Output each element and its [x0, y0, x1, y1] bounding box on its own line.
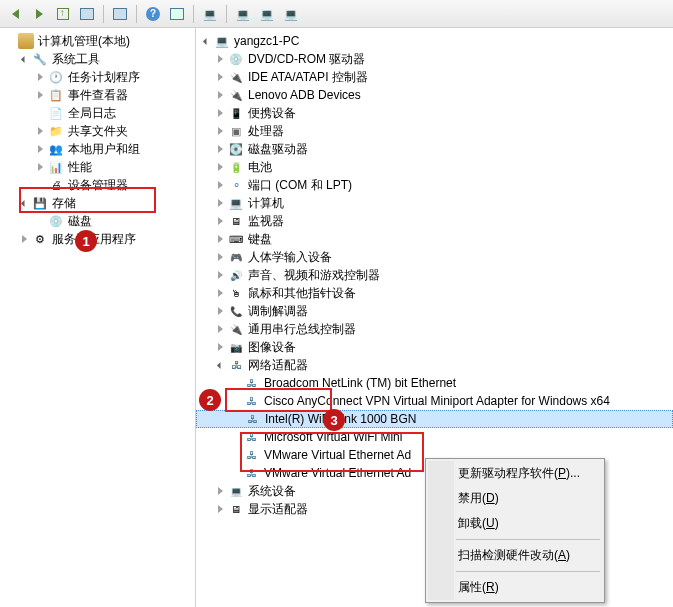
expander-closed[interactable] [214, 251, 226, 263]
device-portable[interactable]: 便携设备 [196, 104, 673, 122]
tree-label: IDE ATA/ATAPI 控制器 [248, 69, 368, 86]
expander-closed[interactable] [214, 305, 226, 317]
expander-none [34, 179, 46, 191]
expander-closed[interactable] [34, 143, 46, 155]
expander-open[interactable] [18, 53, 30, 65]
ctx-suffix: ) [495, 516, 499, 530]
management-tree[interactable]: 计算机管理(本地) 系统工具 任务计划程序 事件查看器 全局日志 共享文件夹 本… [0, 32, 195, 248]
expander-closed[interactable] [214, 179, 226, 191]
device-lenovo[interactable]: Lenovo ADB Devices [196, 86, 673, 104]
display-icon [228, 501, 244, 517]
device-tree[interactable]: yangzc1-PC DVD/CD-ROM 驱动器 IDE ATA/ATAPI … [196, 32, 673, 518]
tree-performance[interactable]: 性能 [0, 158, 195, 176]
help-button[interactable]: ? [142, 3, 164, 25]
action-button[interactable] [166, 3, 188, 25]
ide-icon [228, 69, 244, 85]
tree-label: 人体学输入设备 [248, 249, 332, 266]
device-modem[interactable]: 调制解调器 [196, 302, 673, 320]
expander-open[interactable] [18, 197, 30, 209]
tree-storage[interactable]: 存储 [0, 194, 195, 212]
device-audio[interactable]: 声音、视频和游戏控制器 [196, 266, 673, 284]
ctx-label: 更新驱动程序软件( [458, 466, 558, 480]
nav-up-button[interactable] [52, 3, 74, 25]
tree-disk-management[interactable]: 磁盘 [0, 212, 195, 230]
tree-label: Broadcom NetLink (TM) bit Ethernet [264, 376, 456, 390]
expander-closed[interactable] [18, 233, 30, 245]
expander-none [4, 35, 16, 47]
context-menu[interactable]: 更新驱动程序软件(P)... 禁用(D) 卸载(U) 扫描检测硬件改动(A) 属… [425, 458, 605, 603]
expander-closed[interactable] [214, 503, 226, 515]
ctx-uninstall[interactable]: 卸载(U) [428, 511, 602, 536]
ctx-disable[interactable]: 禁用(D) [428, 486, 602, 511]
device-pc-root[interactable]: yangzc1-PC [196, 32, 673, 50]
show-hide-tree-button[interactable] [76, 3, 98, 25]
expander-closed[interactable] [34, 71, 46, 83]
tree-local-users[interactable]: 本地用户和组 [0, 140, 195, 158]
expander-closed[interactable] [214, 215, 226, 227]
device-hid[interactable]: 人体学输入设备 [196, 248, 673, 266]
uninstall-button[interactable] [256, 3, 278, 25]
context-menu-separator [456, 571, 600, 572]
scan-hardware-button[interactable] [199, 3, 221, 25]
tree-label: 本地用户和组 [68, 141, 140, 158]
device-battery[interactable]: 电池 [196, 158, 673, 176]
update-driver-button[interactable] [232, 3, 254, 25]
expander-closed[interactable] [34, 161, 46, 173]
expander-closed[interactable] [214, 269, 226, 281]
tree-root[interactable]: 计算机管理(本地) [0, 32, 195, 50]
device-mouse[interactable]: 鼠标和其他指针设备 [196, 284, 673, 302]
tree-services[interactable]: 服务和应用程序 [0, 230, 195, 248]
nav-back-button[interactable] [4, 3, 26, 25]
device-disk[interactable]: 磁盘驱动器 [196, 140, 673, 158]
tree-event-viewer[interactable]: 事件查看器 [0, 86, 195, 104]
hid-icon [228, 249, 244, 265]
toolbar-separator [193, 5, 194, 23]
device-monitor[interactable]: 监视器 [196, 212, 673, 230]
nic-broadcom[interactable]: Broadcom NetLink (TM) bit Ethernet [196, 374, 673, 392]
device-keyboard[interactable]: 键盘 [196, 230, 673, 248]
ctx-update-driver[interactable]: 更新驱动程序软件(P)... [428, 461, 602, 486]
nic-intel-wifi[interactable]: Intel(R) WiFi Link 1000 BGN [196, 410, 673, 428]
properties-button[interactable] [109, 3, 131, 25]
nic-ms-virtual[interactable]: Microsoft Virtual WiFi Mini [196, 428, 673, 446]
expander-open[interactable] [214, 359, 226, 371]
disk-icon [48, 213, 64, 229]
expander-closed[interactable] [214, 107, 226, 119]
expander-closed[interactable] [214, 287, 226, 299]
device-usb[interactable]: 通用串行总线控制器 [196, 320, 673, 338]
disable-button[interactable] [280, 3, 302, 25]
expander-closed[interactable] [214, 161, 226, 173]
expander-closed[interactable] [214, 89, 226, 101]
tree-label: 处理器 [248, 123, 284, 140]
expander-closed[interactable] [214, 143, 226, 155]
device-computer[interactable]: 计算机 [196, 194, 673, 212]
nic-icon [244, 447, 260, 463]
expander-closed[interactable] [214, 71, 226, 83]
tree-system-tools[interactable]: 系统工具 [0, 50, 195, 68]
expander-closed[interactable] [214, 323, 226, 335]
device-port[interactable]: 端口 (COM 和 LPT) [196, 176, 673, 194]
tree-global-log[interactable]: 全局日志 [0, 104, 195, 122]
expander-closed[interactable] [214, 485, 226, 497]
expander-closed[interactable] [214, 233, 226, 245]
ctx-properties[interactable]: 属性(R) [428, 575, 602, 600]
tree-shared-folders[interactable]: 共享文件夹 [0, 122, 195, 140]
device-cpu[interactable]: 处理器 [196, 122, 673, 140]
expander-closed[interactable] [34, 125, 46, 137]
ctx-scan-hardware[interactable]: 扫描检测硬件改动(A) [428, 543, 602, 568]
mouse-icon [228, 285, 244, 301]
tree-task-scheduler[interactable]: 任务计划程序 [0, 68, 195, 86]
device-imaging[interactable]: 图像设备 [196, 338, 673, 356]
device-network-adapters[interactable]: 网络适配器 [196, 356, 673, 374]
device-dvd[interactable]: DVD/CD-ROM 驱动器 [196, 50, 673, 68]
expander-closed[interactable] [214, 341, 226, 353]
expander-open[interactable] [200, 35, 212, 47]
expander-closed[interactable] [214, 53, 226, 65]
tree-device-manager[interactable]: 设备管理器 [0, 176, 195, 194]
nic-cisco[interactable]: Cisco AnyConnect VPN Virtual Miniport Ad… [196, 392, 673, 410]
nav-forward-button[interactable] [28, 3, 50, 25]
expander-closed[interactable] [34, 89, 46, 101]
device-ide[interactable]: IDE ATA/ATAPI 控制器 [196, 68, 673, 86]
expander-closed[interactable] [214, 125, 226, 137]
expander-closed[interactable] [214, 197, 226, 209]
